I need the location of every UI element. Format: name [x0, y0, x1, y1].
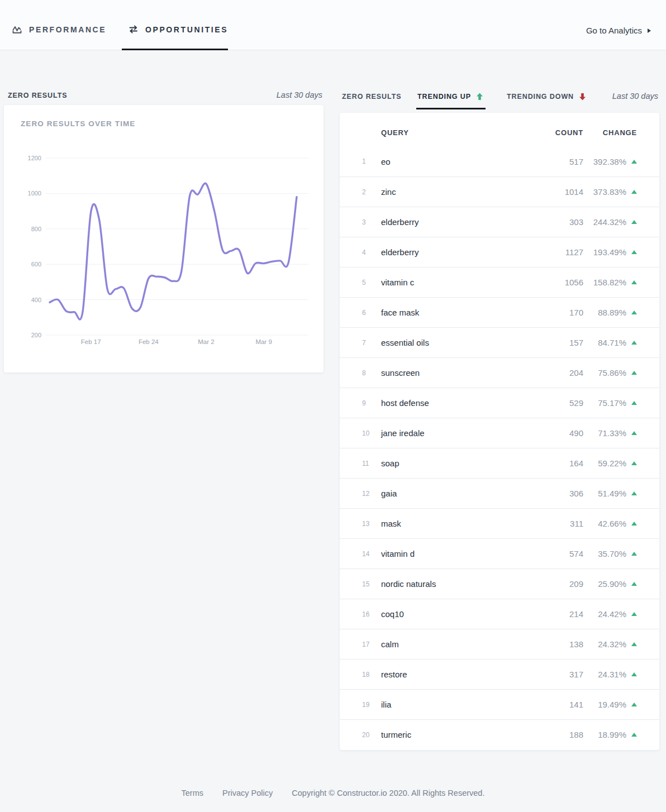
row-count: 164 [522, 458, 583, 468]
trending-up-triangle-icon [631, 280, 637, 284]
row-query: nordic naturals [381, 579, 522, 589]
arrow-down-icon [579, 93, 586, 101]
row-query: zinc [381, 187, 522, 197]
row-change-value: 244.32% [593, 217, 626, 227]
table-row: 1 eo 517 392.38% [340, 146, 659, 176]
row-change: 24.42% [583, 609, 637, 619]
terms-link[interactable]: Terms [182, 789, 203, 797]
row-rank: 2 [362, 188, 381, 196]
go-to-analytics-link[interactable]: Go to Analytics [586, 26, 651, 35]
row-rank: 14 [362, 550, 381, 558]
column-header-change: CHANGE [583, 128, 637, 137]
table-row: 6 face mask 170 88.89% [340, 297, 659, 327]
row-change: 59.22% [583, 458, 637, 468]
y-axis-tick-label: 800 [31, 226, 41, 232]
row-count: 157 [522, 338, 583, 347]
row-change: 51.49% [583, 489, 637, 498]
table-row: 8 sunscreen 204 75.86% [340, 357, 659, 388]
zero-results-chart-card: ZERO RESULTS OVER TIME 20040060080010001… [4, 105, 324, 372]
row-rank: 17 [362, 641, 381, 648]
row-query: calm [381, 639, 522, 649]
row-change: 88.89% [583, 308, 637, 317]
row-rank: 9 [362, 399, 381, 407]
privacy-policy-link[interactable]: Privacy Policy [222, 789, 273, 797]
row-count: 574 [522, 549, 583, 558]
row-count: 1056 [522, 278, 583, 287]
active-right-tab-underline [416, 108, 486, 109]
row-count: 306 [522, 489, 583, 498]
table-row: 9 host defense 529 75.17% [340, 388, 659, 418]
row-query: face mask [381, 308, 522, 317]
row-count: 1127 [522, 247, 583, 257]
zero-results-line-series [50, 183, 297, 319]
tab-performance[interactable]: PERFORMANCE [12, 25, 106, 34]
column-header-count: COUNT [522, 128, 583, 137]
row-count: 170 [522, 308, 583, 317]
trending-up-triangle-icon [631, 733, 637, 737]
right-period-label: Last 30 days [612, 92, 658, 101]
row-rank: 6 [362, 309, 381, 317]
zero-results-section-label: ZERO RESULTS [8, 92, 67, 99]
trending-up-triangle-icon [631, 461, 637, 465]
row-change-value: 35.70% [598, 549, 626, 558]
row-query: gaia [381, 489, 522, 498]
y-axis-tick-label: 1200 [28, 155, 41, 161]
tab-trending-down[interactable]: TRENDING DOWN [507, 93, 586, 101]
table-row: 16 coq10 214 24.42% [340, 599, 659, 629]
row-change-value: 24.42% [598, 609, 626, 619]
row-rank: 5 [362, 279, 381, 286]
table-row: 11 soap 164 59.22% [340, 448, 659, 478]
trending-up-triangle-icon [631, 371, 637, 375]
trending-up-triangle-icon [631, 703, 637, 706]
row-query: host defense [381, 398, 522, 408]
footer: Terms Privacy Policy Copyright © Constru… [0, 789, 666, 797]
x-axis-tick-label: Mar 9 [255, 338, 272, 345]
trending-up-triangle-icon [631, 552, 637, 556]
row-count: 529 [522, 398, 583, 408]
row-change-value: 24.31% [598, 670, 626, 679]
x-axis-tick-label: Feb 24 [139, 338, 159, 345]
trending-up-triangle-icon [631, 431, 637, 435]
row-count: 517 [522, 157, 583, 166]
row-change: 84.71% [583, 338, 637, 347]
row-count: 138 [522, 639, 583, 649]
caret-right-icon [648, 28, 651, 33]
row-change: 244.32% [583, 217, 637, 227]
tab-opportunities[interactable]: OPPORTUNITIES [129, 25, 228, 34]
row-change-value: 42.66% [598, 519, 626, 528]
trending-up-triangle-icon [631, 401, 637, 405]
row-change: 392.38% [583, 157, 637, 166]
tab-trending-up[interactable]: TRENDING UP [417, 93, 483, 101]
trending-up-table-card: QUERY COUNT CHANGE 1 eo 517 392.38% 2 zi… [340, 113, 659, 750]
row-query: coq10 [381, 609, 522, 619]
y-axis-tick-label: 400 [31, 297, 41, 303]
table-row: 14 vitamin d 574 35.70% [340, 538, 659, 569]
opportunities-icon [129, 25, 139, 34]
trending-up-triangle-icon [631, 612, 637, 616]
row-change: 24.32% [583, 639, 637, 649]
row-count: 188 [522, 730, 583, 739]
row-change-value: 18.99% [598, 730, 626, 739]
row-change-value: 19.49% [598, 700, 626, 709]
row-change-value: 71.33% [598, 428, 626, 438]
row-change-value: 88.89% [598, 308, 626, 317]
row-count: 317 [522, 670, 583, 679]
row-change: 35.70% [583, 549, 637, 558]
row-change: 19.49% [583, 700, 637, 709]
trending-up-triangle-icon [631, 491, 637, 495]
table-row: 20 turmeric 188 18.99% [340, 719, 659, 749]
row-change: 18.99% [583, 730, 637, 739]
table-row: 3 elderberry 303 244.32% [340, 207, 659, 237]
row-change-value: 24.32% [598, 639, 626, 649]
row-change-value: 59.22% [598, 458, 626, 468]
row-count: 209 [522, 579, 583, 589]
row-query: turmeric [381, 730, 522, 739]
row-rank: 13 [362, 520, 381, 528]
row-rank: 15 [362, 580, 381, 588]
row-change-value: 75.86% [598, 368, 626, 378]
row-change: 158.82% [583, 278, 637, 287]
table-body: 1 eo 517 392.38% 2 zinc 1014 373.83% 3 e… [340, 146, 659, 749]
tab-zero-results[interactable]: ZERO RESULTS [342, 93, 401, 101]
y-axis-tick-label: 600 [31, 261, 41, 268]
row-count: 1014 [522, 187, 583, 197]
